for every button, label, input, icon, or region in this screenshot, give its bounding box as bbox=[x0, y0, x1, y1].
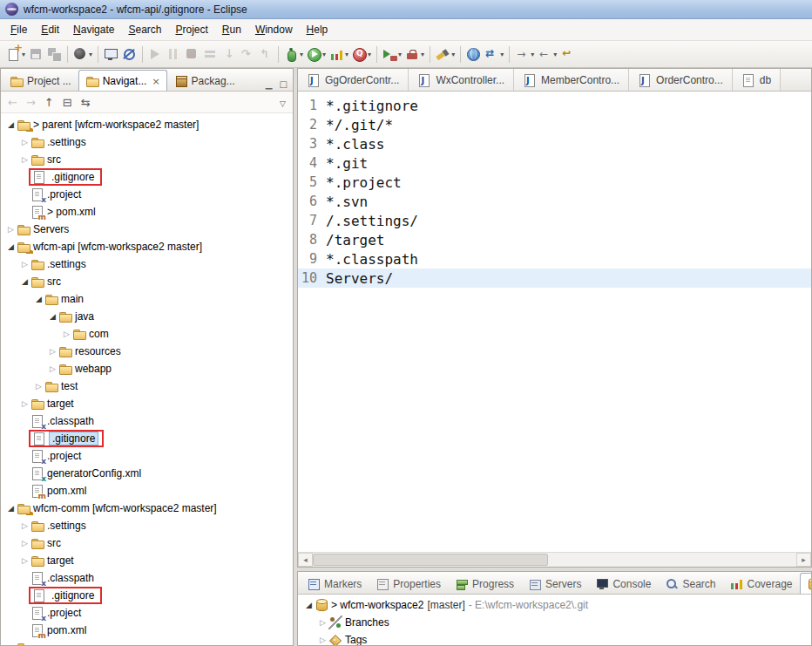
menu-run[interactable]: Run bbox=[215, 21, 248, 38]
tree-item-settings[interactable]: ▷.settings bbox=[1, 517, 293, 534]
tree-item-test[interactable]: ▷test bbox=[1, 377, 293, 395]
dropdown-caret-icon[interactable]: ▾ bbox=[398, 51, 402, 58]
collapsed-arrow-icon[interactable]: ▷ bbox=[19, 260, 30, 269]
collapsed-arrow-icon[interactable]: ▷ bbox=[47, 364, 58, 373]
collapsed-arrow-icon[interactable]: ▷ bbox=[19, 155, 30, 164]
view-tab-project[interactable]: Project ... bbox=[3, 70, 78, 91]
launch-web-browser-button[interactable]: ▾ bbox=[71, 44, 94, 65]
view-tab-packag[interactable]: Packag... bbox=[167, 70, 242, 91]
tree-item-project[interactable]: x.project bbox=[1, 604, 293, 622]
tree-item-settings[interactable]: ▷.settings bbox=[1, 255, 293, 273]
dropdown-caret-icon[interactable]: ▾ bbox=[553, 51, 557, 58]
editor-tab-ggordercontr[interactable]: JGgOrderContr... bbox=[298, 69, 409, 91]
expanded-arrow-icon[interactable]: ◢ bbox=[33, 295, 44, 303]
bottom-tab-search[interactable]: Search bbox=[658, 573, 722, 594]
menu-window[interactable]: Window bbox=[248, 21, 300, 38]
tree-item-target[interactable]: ▷target bbox=[1, 552, 293, 569]
dropdown-caret-icon[interactable]: ▾ bbox=[451, 51, 455, 58]
tree-item-parent-wfcm-workspace2-master[interactable]: ◢> parent [wfcm-workspace2 master] bbox=[1, 116, 293, 133]
tree-item-generatorconfig-xml[interactable]: xgeneratorConfig.xml bbox=[1, 465, 293, 482]
run-external-tools-button[interactable]: ▾ bbox=[381, 44, 403, 65]
scroll-right-button[interactable] bbox=[796, 553, 811, 567]
menu-navigate[interactable]: Navigate bbox=[66, 21, 121, 38]
git-tree-item-branches[interactable]: ▷Branches bbox=[298, 614, 811, 631]
code-line-2[interactable]: 2*/.git/* bbox=[298, 115, 811, 134]
editor-horizontal-scrollbar[interactable] bbox=[298, 552, 811, 567]
debug-button[interactable]: ▾ bbox=[282, 44, 305, 65]
code-line-10[interactable]: 10Servers/ bbox=[298, 269, 811, 288]
gitignore-editor[interactable]: 1*.gitignore2*/.git/*3*.class4*.git5*.pr… bbox=[298, 92, 811, 552]
menu-search[interactable]: Search bbox=[121, 21, 168, 38]
view-menu-button[interactable] bbox=[280, 96, 286, 109]
open-web-browser-button[interactable] bbox=[464, 44, 483, 65]
bottom-tab-coverage[interactable]: Coverage bbox=[722, 573, 799, 594]
dropdown-caret-icon[interactable]: ▾ bbox=[531, 51, 534, 58]
code-line-4[interactable]: 4*.git bbox=[298, 153, 811, 173]
expanded-arrow-icon[interactable]: ◢ bbox=[5, 120, 17, 129]
editor-tab-wxcontroller[interactable]: JWxController... bbox=[409, 69, 514, 91]
run-button[interactable]: ▾ bbox=[305, 44, 328, 65]
bottom-tab-git[interactable]: Git bbox=[800, 573, 811, 594]
bottom-tab-markers[interactable]: Markers bbox=[300, 573, 369, 594]
tree-item-pom-xml[interactable]: mpom.xml bbox=[1, 482, 293, 500]
minimize-view-button[interactable] bbox=[262, 78, 276, 91]
code-line-3[interactable]: 3*.class bbox=[298, 134, 811, 153]
open-console-button[interactable] bbox=[102, 44, 120, 65]
collapsed-arrow-icon[interactable]: ▷ bbox=[33, 382, 44, 391]
tree-item-servers[interactable]: ▷Servers bbox=[1, 221, 293, 238]
collapsed-arrow-icon[interactable]: ▷ bbox=[5, 225, 17, 234]
maximize-view-button[interactable] bbox=[276, 78, 291, 91]
skip-all-breakpoints-button[interactable] bbox=[120, 44, 139, 65]
next-annotation-button[interactable]: ▾ bbox=[513, 44, 536, 65]
dropdown-caret-icon[interactable]: ▾ bbox=[500, 51, 504, 58]
bottom-tab-progress[interactable]: Progress bbox=[448, 573, 521, 594]
code-line-8[interactable]: 8/target bbox=[298, 230, 811, 249]
last-edit-location-button[interactable] bbox=[558, 44, 577, 65]
tree-item-wfcm-comm-wfcm-workspace2-master[interactable]: ◢wfcm-comm [wfcm-workspace2 master] bbox=[1, 500, 293, 517]
tree-item-settings[interactable]: ▷.settings bbox=[1, 133, 293, 151]
expanded-arrow-icon[interactable]: ◢ bbox=[19, 277, 30, 286]
dropdown-caret-icon[interactable]: ▾ bbox=[368, 51, 371, 58]
collapsed-arrow-icon[interactable]: ▷ bbox=[19, 138, 30, 146]
expanded-arrow-icon[interactable]: ◢ bbox=[47, 312, 58, 321]
code-line-7[interactable]: 7/.settings/ bbox=[298, 211, 811, 230]
scroll-thumb[interactable] bbox=[313, 554, 548, 566]
tree-item-webapp[interactable]: ▷webapp bbox=[1, 360, 293, 377]
collapsed-arrow-icon[interactable]: ▷ bbox=[19, 399, 30, 408]
view-tab-navigat[interactable]: Navigat...× bbox=[78, 70, 167, 91]
dropdown-caret-icon[interactable]: ▾ bbox=[345, 51, 348, 58]
tree-item-resources[interactable]: ▷resources bbox=[1, 343, 293, 360]
dropdown-caret-icon[interactable]: ▾ bbox=[300, 51, 303, 58]
tree-item-main[interactable]: ◢main bbox=[1, 290, 293, 308]
code-line-9[interactable]: 9*.classpath bbox=[298, 249, 811, 269]
previous-annotation-button[interactable]: ▾ bbox=[536, 44, 558, 65]
bottom-tab-console[interactable]: Console bbox=[588, 573, 658, 594]
tree-item-com[interactable]: ▷com bbox=[1, 325, 293, 343]
collapsed-arrow-icon[interactable]: ▷ bbox=[19, 556, 30, 565]
code-line-6[interactable]: 6*.svn bbox=[298, 192, 811, 211]
scroll-track[interactable] bbox=[548, 553, 796, 567]
forward-button[interactable] bbox=[26, 96, 36, 109]
collapsed-arrow-icon[interactable]: ▷ bbox=[5, 643, 17, 645]
collapsed-arrow-icon[interactable]: ▷ bbox=[19, 539, 30, 547]
git-tree-item-tags[interactable]: ▷Tags bbox=[298, 631, 811, 645]
menu-help[interactable]: Help bbox=[300, 21, 335, 38]
tree-item-gitignore[interactable]: .gitignore bbox=[1, 168, 293, 186]
editor-tab-ordercontro[interactable]: JOrderContro... bbox=[629, 69, 733, 91]
expanded-arrow-icon[interactable]: ◢ bbox=[5, 504, 17, 513]
close-icon[interactable]: × bbox=[152, 76, 159, 87]
menu-project[interactable]: Project bbox=[168, 21, 214, 38]
dropdown-caret-icon[interactable]: ▾ bbox=[89, 51, 92, 58]
coverage-button[interactable]: ▾ bbox=[328, 44, 350, 65]
expanded-arrow-icon[interactable]: ◢ bbox=[303, 601, 315, 609]
collapsed-arrow-icon[interactable]: ▷ bbox=[317, 618, 328, 627]
profile-button[interactable]: ▾ bbox=[350, 44, 373, 65]
menu-file[interactable]: File bbox=[3, 21, 34, 38]
tree-item-gitignore[interactable]: .gitignore bbox=[1, 430, 293, 447]
tree-item-java[interactable]: ◢java bbox=[1, 308, 293, 325]
git-tree-item-wfcm-workspace2[interactable]: ◢> wfcm-workspace2[master]- E:\wfcm-work… bbox=[298, 596, 811, 614]
tree-item-pom-xml[interactable]: m> pom.xml bbox=[1, 203, 293, 221]
tree-item-target[interactable]: ▷target bbox=[1, 395, 293, 412]
code-line-1[interactable]: 1*.gitignore bbox=[298, 96, 811, 115]
code-line-5[interactable]: 5*.project bbox=[298, 173, 811, 192]
